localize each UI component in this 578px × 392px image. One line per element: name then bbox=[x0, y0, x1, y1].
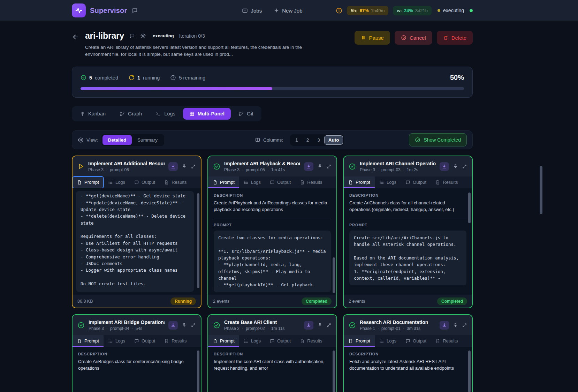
card-tab-output[interactable]: Output bbox=[265, 335, 295, 347]
check-circle-icon bbox=[415, 137, 420, 143]
card-footer: 2 events Completed bbox=[344, 295, 472, 308]
list-icon bbox=[379, 339, 384, 344]
card-tab-logs[interactable]: Logs bbox=[104, 335, 130, 347]
download-button[interactable] bbox=[304, 162, 313, 171]
expand-button[interactable] bbox=[326, 323, 332, 328]
card-tab-results[interactable]: Results bbox=[431, 176, 462, 188]
download-button[interactable] bbox=[168, 162, 178, 171]
check-circle-icon bbox=[349, 322, 356, 329]
card-content[interactable]: DESCRIPTION Create AriChannels class for… bbox=[344, 188, 472, 295]
card-tab-prompt[interactable]: Prompt bbox=[208, 335, 239, 347]
download-icon bbox=[306, 323, 311, 328]
scrollbar-thumb[interactable] bbox=[468, 350, 471, 392]
scrollbar-thumb[interactable] bbox=[333, 257, 335, 293]
card-tab-results[interactable]: Results bbox=[160, 176, 191, 188]
card-tab-output[interactable]: Output bbox=[130, 176, 160, 188]
card-tab-results[interactable]: Results bbox=[431, 335, 462, 347]
pin-button[interactable] bbox=[182, 164, 187, 169]
card-title: Research ARI Documentation bbox=[360, 319, 428, 325]
card-tab-prompt[interactable]: Prompt bbox=[208, 176, 239, 188]
scrollbar-thumb[interactable] bbox=[333, 350, 335, 392]
page-scrollbar-thumb[interactable] bbox=[540, 166, 542, 214]
expand-button[interactable] bbox=[191, 164, 196, 169]
scrollbar-thumb[interactable] bbox=[468, 193, 471, 223]
download-button[interactable] bbox=[168, 321, 178, 330]
card-tab-prompt[interactable]: Prompt bbox=[344, 176, 375, 188]
download-button[interactable] bbox=[440, 321, 449, 330]
pin-button[interactable] bbox=[182, 323, 187, 328]
card-tab-results[interactable]: Results bbox=[160, 335, 191, 347]
tab-logs[interactable]: Logs bbox=[150, 108, 181, 120]
card-content[interactable]: DESCRIPTION Implement the core ARI clien… bbox=[208, 347, 336, 392]
expand-button[interactable] bbox=[326, 164, 332, 169]
tab-multi-panel[interactable]: Multi-Panel bbox=[183, 108, 231, 120]
download-icon bbox=[306, 164, 311, 169]
gear-icon[interactable] bbox=[140, 33, 146, 39]
pin-button[interactable] bbox=[453, 323, 458, 328]
view-detailed-option[interactable]: Detailed bbox=[102, 135, 132, 145]
view-summary-option[interactable]: Summary bbox=[132, 135, 163, 145]
tab-kanban[interactable]: Kanban bbox=[74, 108, 112, 120]
chat-bubble-icon[interactable] bbox=[132, 8, 138, 14]
card-tab-prompt[interactable]: Prompt bbox=[73, 176, 104, 188]
pause-button[interactable]: Pause bbox=[355, 31, 390, 45]
pause-label: Pause bbox=[369, 35, 384, 41]
tab-kanban-label: Kanban bbox=[88, 111, 106, 116]
progress-bar-track bbox=[81, 87, 464, 90]
card-tab-output[interactable]: Output bbox=[401, 335, 431, 347]
card-tab-logs[interactable]: Logs bbox=[375, 176, 401, 188]
status-badge: Completed bbox=[302, 297, 332, 305]
card-tab-prompt[interactable]: Prompt bbox=[73, 335, 104, 347]
pin-button[interactable] bbox=[453, 164, 458, 169]
nav-new-job[interactable]: New Job bbox=[274, 8, 302, 14]
columns-option-auto[interactable]: Auto bbox=[324, 135, 343, 145]
scrollbar-thumb[interactable] bbox=[197, 350, 199, 392]
pin-icon bbox=[182, 323, 187, 328]
tab-graph[interactable]: Graph bbox=[113, 108, 148, 120]
card-title: Create Base ARI Client bbox=[224, 319, 284, 325]
nav-jobs[interactable]: Jobs bbox=[242, 8, 262, 14]
tab-git-label: Git bbox=[247, 111, 253, 116]
card-prompt-id: prompt-06 bbox=[104, 167, 129, 172]
card-content[interactable]: DESCRIPTION Create AriBridges class for … bbox=[73, 347, 201, 392]
columns-option-1[interactable]: 1 bbox=[291, 135, 302, 145]
card-header: Implement ARI Bridge Operations Phase 3p… bbox=[73, 315, 201, 335]
download-button[interactable] bbox=[440, 162, 449, 171]
cancel-button[interactable]: Cancel bbox=[395, 31, 432, 45]
card-tab-logs[interactable]: Logs bbox=[104, 176, 130, 188]
comment-icon[interactable] bbox=[129, 33, 135, 39]
card-header: Research ARI Documentation Phase 1prompt… bbox=[344, 315, 472, 335]
card-tab-prompt[interactable]: Prompt bbox=[344, 335, 375, 347]
card-tab-output[interactable]: Output bbox=[401, 176, 431, 188]
card-content[interactable]: DESCRIPTION Fetch and analyze latest Ast… bbox=[344, 347, 472, 392]
pin-button[interactable] bbox=[317, 323, 322, 328]
card-content[interactable]: DESCRIPTION Create AriPlayback and AriRe… bbox=[208, 188, 336, 295]
download-button[interactable] bbox=[304, 321, 313, 330]
delete-button[interactable]: Delete bbox=[437, 31, 473, 45]
card-tab-logs[interactable]: Logs bbox=[239, 335, 265, 347]
back-button[interactable] bbox=[72, 33, 79, 41]
expand-button[interactable] bbox=[462, 323, 467, 328]
scrollbar-thumb[interactable] bbox=[197, 193, 199, 288]
file-code-icon bbox=[348, 339, 353, 344]
card-tab-results[interactable]: Results bbox=[295, 335, 327, 347]
tab-git[interactable]: Git bbox=[232, 108, 260, 120]
expand-icon bbox=[326, 164, 332, 169]
columns-option-3[interactable]: 3 bbox=[313, 135, 324, 145]
card-tab-logs[interactable]: Logs bbox=[239, 176, 265, 188]
pin-button[interactable] bbox=[317, 164, 322, 169]
list-icon bbox=[244, 180, 249, 185]
show-completed-button[interactable]: Show Completed bbox=[409, 133, 467, 146]
message-icon bbox=[405, 180, 410, 185]
expand-button[interactable] bbox=[462, 164, 467, 169]
card-tab-output[interactable]: Output bbox=[130, 335, 160, 347]
card-tab-output[interactable]: Output bbox=[265, 176, 295, 188]
card-tab-results[interactable]: Results bbox=[295, 176, 327, 188]
expand-button[interactable] bbox=[191, 323, 196, 328]
card-meta: Phase 3prompt-0454s bbox=[89, 326, 165, 331]
columns-option-2[interactable]: 2 bbox=[302, 135, 313, 145]
card-content[interactable]: - **get(deviceName)** - Get device state… bbox=[73, 188, 201, 295]
kanban-icon bbox=[80, 111, 85, 116]
card-tab-logs[interactable]: Logs bbox=[375, 335, 401, 347]
view-detail-toggle: Detailed Summary bbox=[101, 134, 164, 146]
